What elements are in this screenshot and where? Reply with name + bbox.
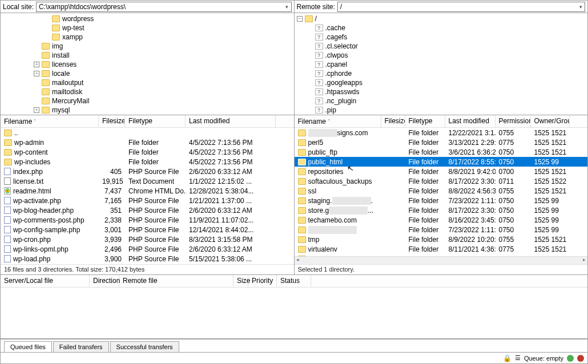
tree-item[interactable]: ?.cl.selector [295, 42, 588, 51]
remote-directory-tree[interactable]: −/?.cache?.cagefs?.cl.selector?.clwpos?.… [295, 13, 588, 115]
queue-col-size[interactable]: Size [233, 275, 248, 287]
expand-tree-icon[interactable]: + [34, 71, 39, 76]
expand-tree-icon[interactable]: + [34, 62, 39, 67]
local-path-combobox[interactable]: ▾ [36, 2, 291, 12]
file-size: 7,165 [99, 197, 125, 205]
file-row[interactable]: store.g████████... File folder 8/17/2022… [295, 205, 588, 215]
file-row[interactable]: wp-cron.php 3,939 PHP Source File 8/3/20… [1, 234, 294, 244]
tree-item[interactable]: wp-test [1, 23, 294, 33]
file-size: 2,338 [99, 216, 125, 224]
horizontal-scrollbar[interactable]: ◂ ▸ [295, 256, 588, 264]
tree-item[interactable]: mailtodisk [1, 87, 294, 96]
file-row[interactable]: wp-content File folder 4/5/2022 7:13:56 … [1, 147, 294, 157]
tree-item[interactable]: +licenses [1, 60, 294, 69]
tree-item[interactable]: ?.cagefs [295, 33, 588, 42]
file-row[interactable]: wp-blog-header.php 351 PHP Source File 2… [1, 205, 294, 215]
file-row[interactable]: license.txt 19,915 Text Document 1/1/202… [1, 176, 294, 186]
file-row[interactable]: wp-links-opml.php 2,496 PHP Source File … [1, 244, 294, 254]
file-row[interactable]: public_ftp File folder 3/6/2021 6:36:2..… [295, 147, 588, 157]
local-list-header[interactable]: Filename˄ Filesize Filetype Last modifie… [1, 115, 294, 128]
local-col-filesize[interactable]: Filesize [99, 115, 125, 127]
tree-item[interactable]: +locale [1, 69, 294, 78]
local-file-list[interactable]: .. wp-admin File folder 4/5/2022 7:13:56… [1, 128, 294, 264]
tree-item[interactable]: wordpress [1, 14, 294, 23]
file-row[interactable]: wp-load.php 3,900 PHP Source File 5/15/2… [1, 254, 294, 264]
remote-list-header[interactable]: Filename˄ Filesize Filetype Last modifie… [295, 115, 588, 128]
folder-icon [298, 188, 306, 195]
queue-indicator-icon[interactable]: ☰ [515, 354, 521, 362]
tree-item[interactable]: +mysql [1, 106, 294, 115]
tree-item[interactable]: ?.cache [295, 23, 588, 33]
remote-col-filename[interactable]: Filename˄ [295, 115, 381, 127]
tree-item[interactable]: ?.pip [295, 106, 588, 115]
expand-tree-icon[interactable]: + [34, 107, 39, 113]
tree-item[interactable]: ?.googleapps [295, 78, 588, 87]
tab-failed-transfers[interactable]: Failed transfers [53, 341, 109, 352]
queue-col-direction[interactable]: Direction [90, 275, 119, 287]
file-row[interactable]: softaculous_backups File folder 8/17/202… [295, 176, 588, 186]
file-row[interactable]: ██████████ File folder 7/23/2022 1:11:..… [295, 225, 588, 234]
file-row[interactable]: index.php 405 PHP Source File 2/6/2020 6… [1, 167, 294, 176]
file-row[interactable]: techamebo.com File folder 8/16/2022 3:45… [295, 215, 588, 225]
remote-file-list[interactable]: ██████signs.com File folder 12/22/2021 3… [295, 128, 588, 256]
file-permissions: 0755 [496, 187, 531, 195]
tab-successful-transfers[interactable]: Successful transfers [110, 341, 179, 352]
tree-item[interactable]: MercuryMail [1, 96, 294, 106]
remote-col-modified[interactable]: Last modified [445, 115, 496, 127]
local-col-filetype[interactable]: Filetype [125, 115, 186, 127]
tree-item[interactable]: img [1, 42, 294, 51]
tree-item[interactable]: install [1, 51, 294, 60]
tree-item[interactable]: ?.nc_plugin [295, 96, 588, 106]
tab-queued-files[interactable]: Queued files [4, 341, 52, 352]
queue-col-priority[interactable]: Priority [248, 275, 277, 287]
chevron-down-icon[interactable]: ▾ [283, 2, 291, 11]
local-site-label: Local site: [3, 3, 36, 11]
chevron-down-icon[interactable]: ▾ [577, 2, 585, 11]
queue-col-localfile[interactable]: Server/Local file [1, 275, 90, 287]
local-col-modified[interactable]: Last modified [186, 115, 276, 127]
file-row[interactable]: readme.html 7,437 Chrome HTML Do... 12/2… [1, 186, 294, 196]
remote-col-filetype[interactable]: Filetype [405, 115, 445, 127]
file-row[interactable]: virtualenv File folder 8/11/2021 4:36:..… [295, 244, 588, 254]
tree-item-label: MercuryMail [52, 97, 89, 105]
tree-item[interactable]: ?.cpanel [295, 60, 588, 69]
queue-col-remotefile[interactable]: Remote file [119, 275, 233, 287]
file-size: 2,496 [99, 245, 125, 253]
local-path-input[interactable] [37, 3, 283, 11]
tree-item[interactable]: −/ [295, 14, 588, 23]
file-row[interactable]: staging.████████. File folder 7/23/2022 … [295, 196, 588, 205]
file-row[interactable]: perl5 File folder 3/13/2021 2:29:... 077… [295, 137, 588, 147]
file-row[interactable]: wp-comments-post.php 2,338 PHP Source Fi… [1, 215, 294, 225]
file-type: PHP Source File [125, 236, 186, 244]
remote-col-filesize[interactable]: Filesize [381, 115, 405, 127]
file-row[interactable]: repositories File folder 8/8/2021 9:42:0… [295, 167, 588, 176]
queue-header[interactable]: Server/Local file Direction Remote file … [1, 275, 587, 288]
local-col-filename[interactable]: Filename˄ [1, 115, 99, 127]
local-directory-tree[interactable]: wordpresswp-testxamppimginstall+licenses… [1, 13, 294, 115]
tree-item[interactable]: ?.htpasswds [295, 87, 588, 96]
remote-col-permissions[interactable]: Permissions [496, 115, 531, 127]
tree-item[interactable]: ?.clwpos [295, 51, 588, 60]
file-row[interactable]: public_html File folder 8/17/2022 8:55:.… [295, 157, 588, 167]
lock-icon[interactable]: 🔒 [503, 354, 512, 362]
tree-item[interactable]: xampp [1, 33, 294, 42]
tree-item[interactable]: mailoutput [1, 78, 294, 87]
remote-col-owner[interactable]: Owner/Group [531, 115, 570, 127]
queue-col-status[interactable]: Status [277, 275, 311, 287]
collapse-tree-icon[interactable]: − [297, 16, 303, 22]
file-row[interactable]: .. [1, 128, 294, 137]
remote-path-combobox[interactable]: ▾ [337, 2, 585, 12]
folder-icon [42, 79, 50, 86]
queue-body[interactable] [1, 288, 587, 338]
tree-item[interactable]: ?.cphorde [295, 69, 588, 78]
file-type: Chrome HTML Do... [125, 187, 186, 195]
file-row[interactable]: tmp File folder 8/9/2022 10:20:... 0755 … [295, 234, 588, 244]
file-row[interactable]: ssl File folder 8/8/2022 4:56:3... 0755 … [295, 186, 588, 196]
file-row[interactable]: wp-activate.php 7,165 PHP Source File 1/… [1, 196, 294, 205]
remote-path-input[interactable] [338, 3, 577, 11]
file-row[interactable]: wp-config-sample.php 3,001 PHP Source Fi… [1, 225, 294, 234]
file-name: ssl [308, 187, 317, 195]
file-row[interactable]: wp-includes File folder 4/5/2022 7:13:56… [1, 157, 294, 167]
file-row[interactable]: wp-admin File folder 4/5/2022 7:13:56 PM [1, 137, 294, 147]
file-row[interactable]: ██████signs.com File folder 12/22/2021 3… [295, 128, 588, 137]
